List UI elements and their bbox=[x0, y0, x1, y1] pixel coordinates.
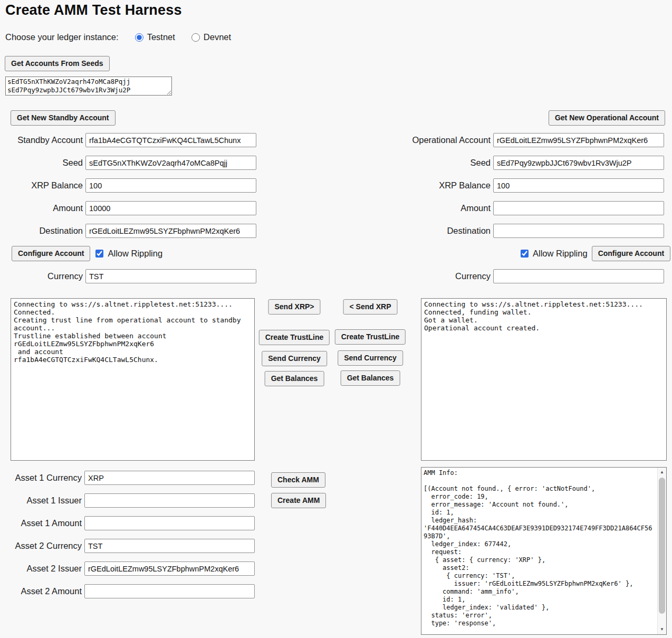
operational-currency-label: Currency bbox=[319, 271, 493, 281]
operational-allow-rippling-label: Allow Rippling bbox=[533, 249, 588, 259]
amm-info-scrollbar[interactable]: ▲ ▼ bbox=[657, 468, 666, 634]
asset2-amount-label: Asset 2 Amount bbox=[0, 586, 84, 596]
operational-allow-rippling-checkbox[interactable] bbox=[521, 250, 529, 258]
standby-get-balances-button[interactable]: Get Balances bbox=[265, 371, 324, 386]
get-new-standby-account-button[interactable]: Get New Standby Account bbox=[11, 110, 116, 126]
amm-info-text: AMM Info: [(Account not found., { error:… bbox=[421, 468, 657, 634]
operational-seed-input[interactable] bbox=[493, 156, 664, 170]
operational-destination-input[interactable] bbox=[493, 224, 664, 238]
asset1-currency-label: Asset 1 Currency bbox=[0, 473, 84, 483]
asset1-amount-input[interactable] bbox=[84, 516, 255, 530]
operational-amount-label: Amount bbox=[319, 203, 493, 213]
asset2-currency-input[interactable] bbox=[84, 539, 255, 553]
scroll-down-icon[interactable]: ▼ bbox=[658, 625, 666, 634]
devnet-radio-label: Devnet bbox=[204, 32, 231, 42]
standby-allow-rippling-checkbox[interactable] bbox=[95, 250, 103, 258]
testnet-radio[interactable] bbox=[135, 33, 143, 42]
asset2-issuer-label: Asset 2 Issuer bbox=[0, 564, 84, 574]
asset2-currency-label: Asset 2 Currency bbox=[0, 541, 84, 551]
standby-amount-label: Amount bbox=[0, 203, 85, 213]
check-amm-button[interactable]: Check AMM bbox=[271, 472, 325, 488]
operational-send-currency-button[interactable]: Send Currency bbox=[338, 350, 403, 366]
standby-destination-input[interactable] bbox=[85, 224, 256, 238]
asset1-issuer-input[interactable] bbox=[84, 493, 255, 508]
standby-create-trustline-button[interactable]: Create TrustLine bbox=[259, 330, 330, 345]
standby-seed-input[interactable] bbox=[85, 156, 256, 170]
operational-xrp-balance-label: XRP Balance bbox=[319, 180, 493, 191]
standby-account-label: Standby Account bbox=[0, 135, 85, 145]
operational-results-log[interactable]: Connecting to wss://s.altnet.rippletest.… bbox=[421, 298, 667, 461]
ledger-instance-row: Choose your ledger instance: Testnet Dev… bbox=[5, 32, 231, 42]
asset1-currency-input[interactable] bbox=[84, 471, 255, 485]
standby-destination-label: Destination bbox=[0, 226, 85, 236]
scrollbar-thumb[interactable] bbox=[659, 478, 665, 614]
asset1-issuer-label: Asset 1 Issuer bbox=[0, 496, 84, 506]
operational-create-trustline-button[interactable]: Create TrustLine bbox=[335, 329, 406, 345]
operational-account-label: Operational Account bbox=[319, 135, 493, 145]
standby-results-log[interactable]: Connecting to wss://s.altnet.rippletest.… bbox=[11, 298, 255, 461]
operational-configure-account-button[interactable]: Configure Account bbox=[592, 246, 670, 261]
create-amm-button[interactable]: Create AMM bbox=[271, 493, 326, 508]
operational-account-input[interactable] bbox=[493, 133, 664, 147]
asset1-amount-label: Asset 1 Amount bbox=[0, 518, 84, 528]
standby-send-currency-button[interactable]: Send Currency bbox=[262, 351, 327, 366]
standby-xrp-balance-label: XRP Balance bbox=[0, 180, 85, 191]
operational-seed-label: Seed bbox=[319, 158, 493, 168]
operational-amount-input[interactable] bbox=[493, 201, 664, 215]
operational-xrp-balance-input[interactable] bbox=[493, 178, 664, 193]
seeds-textarea[interactable]: sEdTG5nXThKWZoV2aqrh47oMCa8Pqjj sEd7Pqy9… bbox=[5, 77, 172, 96]
operational-destination-label: Destination bbox=[319, 226, 493, 236]
standby-currency-input[interactable] bbox=[85, 269, 256, 283]
asset2-issuer-input[interactable] bbox=[84, 561, 255, 576]
get-accounts-from-seeds-button[interactable]: Get Accounts From Seeds bbox=[5, 56, 110, 71]
ledger-instance-label: Choose your ledger instance: bbox=[5, 32, 119, 42]
devnet-radio[interactable] bbox=[191, 33, 200, 42]
standby-amount-input[interactable] bbox=[85, 201, 256, 215]
standby-currency-label: Currency bbox=[0, 271, 85, 281]
send-xrp-to-standby-button[interactable]: < Send XRP bbox=[343, 299, 398, 315]
standby-configure-account-button[interactable]: Configure Account bbox=[12, 246, 90, 261]
standby-account-input[interactable] bbox=[85, 133, 256, 147]
send-xrp-to-operational-button[interactable]: Send XRP> bbox=[268, 299, 320, 315]
testnet-radio-label: Testnet bbox=[147, 32, 175, 42]
standby-allow-rippling-label: Allow Rippling bbox=[108, 249, 162, 259]
get-new-operational-account-button[interactable]: Get New Operational Account bbox=[549, 110, 665, 126]
scroll-up-icon[interactable]: ▲ bbox=[658, 468, 666, 477]
operational-currency-input[interactable] bbox=[493, 269, 664, 283]
operational-get-balances-button[interactable]: Get Balances bbox=[341, 370, 400, 386]
amm-info-box[interactable]: AMM Info: [(Account not found., { error:… bbox=[421, 467, 667, 635]
asset2-amount-input[interactable] bbox=[84, 584, 255, 598]
page-title: Create AMM Test Harness bbox=[5, 2, 182, 18]
standby-xrp-balance-input[interactable] bbox=[85, 178, 256, 193]
standby-seed-label: Seed bbox=[0, 158, 85, 168]
